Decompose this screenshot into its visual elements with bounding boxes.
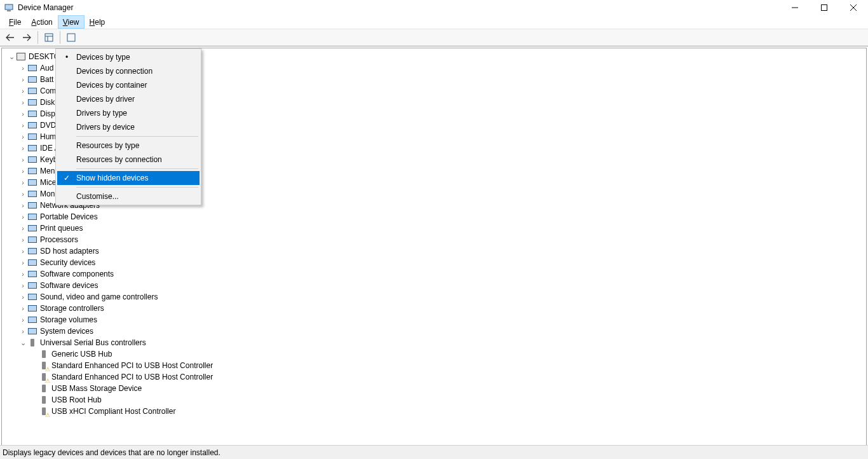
forward-button[interactable] [19, 31, 34, 45]
tree-category[interactable]: ›Sound, video and game controllers [7, 291, 866, 303]
menu-help[interactable]: Help [85, 15, 111, 29]
bullet-icon: • [62, 53, 71, 62]
device-category-icon [27, 223, 37, 233]
tree-category-label: Batt [39, 75, 53, 84]
expand-icon[interactable]: › [18, 64, 27, 72]
expand-icon[interactable]: › [18, 292, 27, 301]
menu-resources-by-connection[interactable]: Resources by connection [57, 153, 200, 167]
tree-category-label: Software components [39, 270, 114, 278]
expand-icon[interactable]: › [18, 189, 27, 198]
tree-category-label: Disk [39, 98, 55, 107]
app-icon [4, 3, 14, 13]
menu-drivers-by-device[interactable]: Drivers by device [57, 120, 200, 134]
tree-category[interactable]: ›Security devices [7, 257, 866, 268]
device-category-icon [27, 212, 37, 222]
tree-category-label: Portable Devices [39, 212, 98, 221]
tree-device[interactable]: USB Mass Storage Device [7, 383, 866, 394]
collapse-icon[interactable]: ⌄ [18, 338, 27, 347]
maximize-button[interactable] [810, 0, 839, 15]
usb-device-icon [39, 395, 49, 405]
show-hide-tree-button[interactable] [41, 31, 57, 45]
view-menu-dropdown: •Devices by type Devices by connection D… [55, 48, 201, 205]
expand-icon[interactable]: › [18, 167, 27, 175]
device-category-icon [27, 166, 37, 176]
usb-icon [27, 338, 37, 348]
menu-view[interactable]: View [58, 15, 85, 29]
tree-device[interactable]: USB Root Hub [7, 394, 866, 406]
svg-rect-9 [67, 34, 75, 41]
expand-icon[interactable]: › [18, 224, 27, 233]
menu-devices-by-container[interactable]: Devices by container [57, 78, 200, 92]
tree-category[interactable]: ›Software devices [7, 280, 866, 291]
menu-devices-by-connection[interactable]: Devices by connection [57, 64, 200, 78]
tree-device[interactable]: Standard Enhanced PCI to USB Host Contro… [7, 360, 866, 371]
tree-category[interactable]: ›Storage controllers [7, 303, 866, 314]
expand-icon[interactable]: › [18, 86, 27, 95]
expand-icon[interactable]: › [18, 109, 27, 118]
expand-icon[interactable]: › [18, 212, 27, 221]
menu-drivers-by-type[interactable]: Drivers by type [57, 106, 200, 120]
expand-icon[interactable]: › [18, 315, 27, 324]
device-category-icon [27, 120, 37, 130]
tree-category-usb[interactable]: ⌄ Universal Serial Bus controllers [7, 337, 866, 348]
expand-icon[interactable]: › [18, 132, 27, 141]
menu-show-hidden-devices[interactable]: ✓Show hidden devices [57, 171, 200, 185]
svg-rect-3 [822, 5, 827, 11]
tree-category-label: Sound, video and game controllers [39, 292, 158, 301]
usb-device-icon [39, 372, 49, 382]
tree-device[interactable]: USB xHCI Compliant Host Controller [7, 406, 866, 417]
window-title: Device Manager [18, 3, 73, 12]
expand-icon[interactable]: › [18, 304, 27, 313]
expand-icon[interactable]: › [18, 247, 27, 256]
menu-resources-by-type[interactable]: Resources by type [57, 139, 200, 153]
expand-icon[interactable]: › [18, 281, 27, 290]
tree-category[interactable]: ›SD host adapters [7, 245, 866, 257]
menu-customise[interactable]: Customise... [57, 189, 200, 203]
expand-icon[interactable]: › [18, 98, 27, 107]
status-text: Displays legacy devices and devices that… [3, 448, 220, 457]
expand-icon[interactable]: › [18, 178, 27, 187]
expand-icon[interactable]: › [18, 258, 27, 267]
collapse-icon[interactable]: ⌄ [7, 52, 16, 61]
minimize-button[interactable] [780, 0, 810, 15]
expand-icon[interactable]: › [18, 327, 27, 336]
device-category-icon [27, 86, 37, 96]
back-button[interactable] [3, 31, 18, 45]
tree-category[interactable]: ›Storage volumes [7, 314, 866, 325]
tree-category-label: Mice [39, 178, 56, 187]
spacer [30, 350, 39, 359]
content-pane: ⌄ DESKTO ›Aud›Batt›Com›Disk›Disp›DVD›Hum… [1, 48, 867, 446]
menu-devices-by-driver[interactable]: Devices by driver [57, 92, 200, 106]
device-category-icon [27, 63, 37, 73]
device-category-icon [27, 269, 37, 279]
expand-icon[interactable]: › [18, 144, 27, 153]
menu-action[interactable]: Action [26, 15, 57, 29]
spacer [30, 384, 39, 393]
expand-icon[interactable]: › [18, 201, 27, 210]
tree-category[interactable]: ›Print queues [7, 223, 866, 234]
tree-category-label: Print queues [39, 224, 83, 233]
device-category-icon [27, 177, 37, 188]
menu-devices-by-type[interactable]: •Devices by type [57, 50, 200, 64]
close-button[interactable] [839, 0, 868, 15]
device-category-icon [27, 280, 37, 291]
tree-category[interactable]: ›System devices [7, 325, 866, 337]
toolbar-separator [60, 31, 60, 44]
tree-device[interactable]: Standard Enhanced PCI to USB Host Contro… [7, 371, 866, 383]
tree-category[interactable]: ›Portable Devices [7, 211, 866, 223]
tree-category-label: Hum [39, 132, 56, 141]
device-category-icon [27, 315, 37, 325]
help-button[interactable] [64, 31, 79, 45]
expand-icon[interactable]: › [18, 270, 27, 278]
tree-device-label: Generic USB Hub [50, 350, 112, 359]
tree-category[interactable]: ›Processors [7, 234, 866, 245]
expand-icon[interactable]: › [18, 75, 27, 84]
device-category-icon [27, 235, 37, 245]
tree-device[interactable]: Generic USB Hub [7, 348, 866, 360]
device-category-icon [27, 200, 37, 210]
expand-icon[interactable]: › [18, 155, 27, 164]
menu-file[interactable]: File [4, 15, 26, 29]
expand-icon[interactable]: › [18, 235, 27, 244]
tree-category[interactable]: ›Software components [7, 268, 866, 280]
expand-icon[interactable]: › [18, 121, 27, 130]
